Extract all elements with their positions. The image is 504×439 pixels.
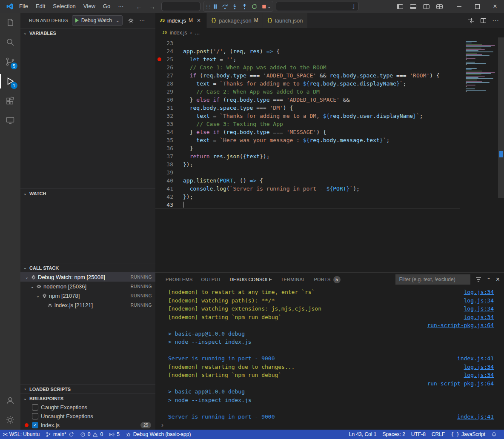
debug-launch-select[interactable]: Debug Watch ⌄ (72, 15, 123, 26)
encoding[interactable]: UTF-8 (408, 430, 429, 439)
indentation[interactable]: Spaces: 2 (379, 430, 408, 439)
editor-more-actions-icon[interactable]: ⋯ (492, 17, 499, 25)
breakpoint-slot[interactable] (155, 160, 163, 168)
command-center-left[interactable] (161, 2, 200, 11)
checkbox[interactable]: ✓ (32, 422, 38, 428)
console-filter-input[interactable] (395, 274, 470, 285)
code-line-32[interactable]: 32 text = `Thanks for adding me to a DM,… (155, 112, 460, 120)
toggle-sidebar-icon[interactable] (397, 4, 403, 9)
tab-package.json[interactable]: {}package.jsonM (207, 13, 263, 28)
breakpoint-slot[interactable] (155, 96, 163, 104)
activity-search[interactable] (0, 32, 20, 52)
split-editor-icon[interactable] (481, 18, 486, 23)
panel-tab-output[interactable]: OUTPUT (201, 273, 221, 286)
breakpoint-slot[interactable] (155, 144, 163, 152)
remote-indicator[interactable]: >< WSL: Ubuntu (0, 430, 43, 439)
breadcrumb[interactable]: JS index.js › … (155, 28, 504, 37)
close-window-button[interactable]: × (486, 0, 504, 13)
code-line-28[interactable]: 28 text = `Thanks for adding me to ${req… (155, 80, 460, 88)
close-tab-icon[interactable]: × (195, 17, 202, 24)
breakpoint-slot[interactable] (155, 104, 163, 112)
call-stack-row[interactable]: index.js [21121]RUNNING (20, 300, 155, 310)
code-line-29[interactable]: 29 // Case 2: When App was added to a DM (155, 88, 460, 96)
activity-explorer[interactable] (0, 13, 20, 32)
code-line-23[interactable]: 23 (155, 39, 460, 47)
activity-settings[interactable] (0, 410, 20, 430)
activity-accounts[interactable] (0, 391, 20, 410)
step-over-button[interactable] (220, 2, 229, 11)
console-source-link[interactable]: log.js:34 (455, 305, 494, 313)
section-watch[interactable]: ⌄ WATCH (20, 188, 155, 198)
checkbox[interactable] (32, 404, 38, 410)
debug-settings-gear-icon[interactable] (128, 17, 134, 24)
eol-sequence[interactable]: CRLF (429, 430, 448, 439)
customize-layout-icon[interactable] (436, 4, 443, 9)
activity-remote-explorer[interactable] (0, 111, 20, 130)
activity-extensions[interactable] (0, 91, 20, 111)
console-source-link[interactable]: run-script-pkg.js:64 (418, 321, 494, 330)
code-line-43[interactable]: 43 (155, 201, 460, 209)
activity-run-debug[interactable]: 1 (0, 71, 20, 91)
maximize-button[interactable] (468, 0, 486, 13)
breakpoint-slot[interactable] (155, 128, 163, 136)
code-line-31[interactable]: 31 req.body.space.type === 'DM') { (155, 104, 460, 112)
breakpoint-slot[interactable] (155, 112, 163, 120)
section-variables[interactable]: ⌄ VARIABLES (20, 28, 155, 37)
code-line-41[interactable]: 41 console.log(`Server is running in por… (155, 185, 460, 193)
menu-selection[interactable]: Selection (49, 3, 79, 9)
drag-handle-icon[interactable]: ⋮⋮ (205, 4, 210, 9)
expand-icon[interactable]: ⌄ (35, 294, 41, 298)
console-source-link[interactable]: log.js:34 (455, 296, 494, 305)
code-line-38[interactable]: 38}); (155, 160, 460, 168)
breakpoint-dot[interactable] (155, 55, 163, 63)
toggle-panel-icon[interactable] (410, 4, 416, 9)
panel-tab-terminal[interactable]: TERMINAL (281, 273, 305, 286)
code-line-40[interactable]: 40app.listen(PORT, () => { (155, 177, 460, 185)
step-into-button[interactable] (230, 2, 239, 11)
breadcrumb-symbol[interactable]: … (195, 30, 200, 36)
scrollbar-thumb[interactable] (498, 37, 504, 198)
open-changes-icon[interactable] (468, 17, 475, 23)
panel-tab-problems[interactable]: PROBLEMS (166, 273, 193, 286)
git-branch[interactable]: main* (43, 430, 77, 439)
activity-source-control[interactable]: 5 (0, 52, 20, 71)
section-breakpoints[interactable]: ⌄ BREAKPOINTS (20, 393, 155, 403)
breakpoint-row[interactable]: Caught Exceptions (20, 403, 155, 412)
code-line-42[interactable]: 42}); (155, 193, 460, 201)
close-panel-icon[interactable]: × (496, 276, 500, 283)
ports-indicator[interactable]: 5 (106, 430, 123, 439)
start-debug-icon[interactable] (75, 18, 79, 23)
debug-session-status[interactable]: Debug Watch (basic-app) (123, 430, 194, 439)
expand-icon[interactable]: ⌄ (24, 275, 30, 279)
minimize-button[interactable] (450, 0, 468, 13)
code-line-27[interactable]: 27 if (req.body.type === 'ADDED_TO_SPACE… (155, 71, 460, 80)
back-icon[interactable]: ← (136, 3, 142, 10)
breakpoint-slot[interactable] (155, 152, 163, 160)
debug-console-input[interactable]: › (155, 419, 504, 430)
menu-go[interactable]: Go (99, 3, 114, 9)
console-source-link[interactable]: log.js:34 (455, 371, 494, 379)
cursor-position[interactable]: Ln 43, Col 1 (346, 430, 380, 439)
stop-dropdown-icon[interactable]: ⌄ (267, 4, 272, 9)
restart-button[interactable] (249, 2, 259, 11)
code-line-24[interactable]: 24app.post('/', (req, res) => { (155, 47, 460, 55)
step-out-button[interactable] (240, 2, 249, 11)
console-source-link[interactable]: log.js:34 (455, 363, 494, 371)
code-line-34[interactable]: 34 } else if (req.body.type === 'MESSAGE… (155, 128, 460, 136)
maximize-panel-icon[interactable]: ⌄ (487, 277, 491, 282)
breakpoint-slot[interactable] (155, 47, 163, 55)
breakpoint-row[interactable]: Uncaught Exceptions (20, 412, 155, 421)
breakpoint-slot[interactable] (155, 168, 163, 177)
call-stack-row[interactable]: ⌄npm [21078]RUNNING (20, 291, 155, 300)
expand-icon[interactable]: ⌄ (29, 284, 35, 289)
breakpoint-slot[interactable] (155, 185, 163, 193)
minimap[interactable] (466, 40, 497, 93)
section-loaded-scripts[interactable]: › LOADED SCRIPTS (20, 384, 155, 393)
pause-button[interactable] (210, 2, 220, 11)
breakpoint-slot[interactable] (155, 193, 163, 201)
breakpoint-slot[interactable] (155, 39, 163, 47)
code-line-26[interactable]: 26 // Case 1: When App was added to the … (155, 63, 460, 71)
tab-index.js[interactable]: JSindex.jsM× (155, 13, 207, 28)
breakpoint-slot[interactable] (155, 136, 163, 144)
breakpoint-slot[interactable] (155, 80, 163, 88)
